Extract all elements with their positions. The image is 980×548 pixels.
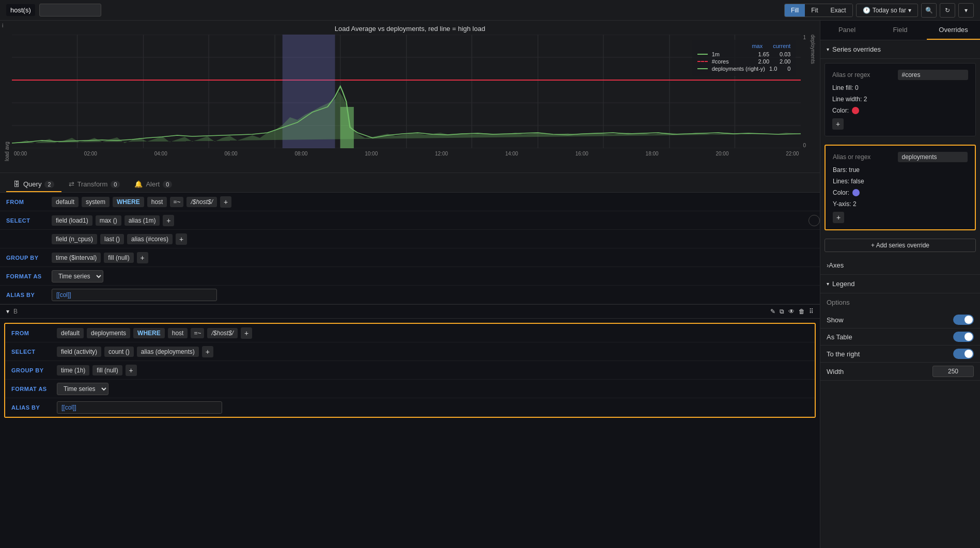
edit-icon-b[interactable]: ✎ <box>770 308 775 315</box>
delete-icon-b[interactable]: 🗑 <box>799 308 805 315</box>
legend-width-input[interactable]: 250 <box>932 366 974 377</box>
fill-button[interactable]: Fill <box>785 4 805 17</box>
x-ticks: 00:0002:0004:0006:0008:00 10:0012:0014:0… <box>12 151 801 156</box>
query-b-letter: B <box>13 308 18 315</box>
select2-alias[interactable]: alias (#cores) <box>127 234 173 244</box>
chevron-down-icon: ▾ <box>908 7 911 14</box>
transform-count-badge: 0 <box>111 181 120 188</box>
select-content-b: field (activity) count () alias (deploym… <box>57 344 815 359</box>
color-label-1: Color: <box>832 107 849 114</box>
where-label[interactable]: WHERE <box>113 197 144 207</box>
where-regex-b[interactable]: /$host$/ <box>207 328 238 338</box>
tab-field[interactable]: Field <box>874 21 927 40</box>
legend-as-table-label: As Table <box>827 333 953 341</box>
from-add-btn[interactable]: + <box>220 196 231 208</box>
legend-item-1m: 1m 1.65 0.03 <box>697 51 791 57</box>
legend-current-label: current <box>773 43 790 49</box>
alias-regex-label-1: Alias or regex <box>832 71 895 79</box>
chart-title: Load Average vs deployments, red line = … <box>4 25 816 33</box>
alias-value-1[interactable]: #cores <box>898 70 969 80</box>
groupby-add-btn[interactable]: + <box>137 252 148 263</box>
y-axis-label: load avg <box>4 35 10 161</box>
from-b-table1[interactable]: default <box>57 328 84 338</box>
aliasBy-input-a[interactable]: [[col]] <box>52 289 217 301</box>
select-b-add-btn[interactable]: + <box>202 346 213 357</box>
exact-button[interactable]: Exact <box>825 4 852 17</box>
zoom-button[interactable]: 🔍 <box>921 3 937 18</box>
legend-show-label: Show <box>827 316 953 324</box>
groupby-fill[interactable]: fill (null) <box>104 253 133 263</box>
select1-add-btn[interactable]: + <box>163 215 174 226</box>
formatas-select-a[interactable]: Time series <box>52 270 103 283</box>
main-layout: Load Average vs deployments, red line = … <box>0 21 980 548</box>
color-dot-2[interactable] <box>852 189 860 196</box>
groupby-time-b[interactable]: time (1h) <box>57 365 89 375</box>
legend-as-table-toggle[interactable] <box>953 332 974 342</box>
where-operator[interactable]: =~ <box>170 197 183 207</box>
select-b-alias[interactable]: alias (deployments) <box>137 347 199 357</box>
legend-section: ▾ Legend Options Show As Table To the ri… <box>820 275 980 381</box>
tab-panel[interactable]: Panel <box>820 21 874 40</box>
add-series-override-button[interactable]: + Add series override <box>825 239 976 252</box>
alias-value-2[interactable]: deployments <box>898 152 968 162</box>
copy-icon-b[interactable]: ⧉ <box>780 308 784 315</box>
groupby-add-btn-b[interactable]: + <box>126 365 137 376</box>
color-dot-1[interactable] <box>852 107 859 114</box>
chart-inner: 00:0002:0004:0006:0008:00 10:0012:0014:0… <box>12 35 801 161</box>
select2-func1[interactable]: field (n_cpus) <box>52 234 97 244</box>
select-b-func2[interactable]: count () <box>104 347 134 357</box>
query-a-select1-row: SELECT field (load1) max () alias (1m) + <box>0 211 820 230</box>
tab-alert[interactable]: 🔔 Alert 0 <box>127 177 179 192</box>
host-input[interactable] <box>39 4 101 17</box>
formatas-label-b: FORMAT AS <box>5 386 57 392</box>
groupby-fill-b[interactable]: fill (null) <box>92 365 122 375</box>
select-label: SELECT <box>0 217 52 224</box>
where-field[interactable]: host <box>147 197 167 207</box>
chevron-right-icon-b: ▾ <box>6 308 9 315</box>
select2-func2[interactable]: last () <box>100 234 124 244</box>
refresh-button[interactable]: ↻ <box>940 3 955 18</box>
legend-to-right-toggle[interactable] <box>953 349 974 359</box>
query-b-groupby-row: GROUP BY time (1h) fill (null) + <box>5 361 815 380</box>
groupby-time[interactable]: time ($interval) <box>52 253 101 263</box>
series-overrides-header[interactable]: ▾ Series overrides <box>820 40 980 59</box>
tab-overrides[interactable]: Overrides <box>927 21 980 40</box>
from-b-table2[interactable]: deployments <box>87 328 130 338</box>
fit-button[interactable]: Fit <box>805 4 824 17</box>
eye-icon-b[interactable]: 👁 <box>788 308 795 315</box>
select2-add-btn[interactable]: + <box>176 233 187 245</box>
select1-func1[interactable]: field (load1) <box>52 215 92 226</box>
override2-add-btn[interactable]: + <box>833 212 844 223</box>
legend-header[interactable]: ▾ Legend <box>820 275 980 293</box>
override1-add-btn[interactable]: + <box>832 118 844 130</box>
formatas-select-b[interactable]: Time series <box>57 383 108 395</box>
from-table1[interactable]: default <box>52 197 79 207</box>
select1-alias[interactable]: alias (1m) <box>125 215 160 226</box>
legend-show-toggle[interactable] <box>953 315 974 325</box>
where-op-b[interactable]: =~ <box>191 328 204 338</box>
from-table2[interactable]: system <box>82 197 110 207</box>
more-button[interactable]: ▾ <box>958 3 974 18</box>
where-regex[interactable]: /$host$/ <box>186 197 217 207</box>
line-width-label-1: Line width: 2 <box>832 96 867 103</box>
query-b-inner: FROM default deployments WHERE host =~ /… <box>4 323 816 418</box>
from-b-add-btn[interactable]: + <box>241 327 252 339</box>
legend-item-deployments: deployments (right-y) 1.0 0 <box>697 66 791 72</box>
tab-query[interactable]: 🗄 Query 2 <box>6 177 61 192</box>
aliasBy-input-b[interactable]: [[col]] <box>57 401 222 414</box>
top-bar-right: Fill Fit Exact 🕐 Today so far ▾ 🔍 ↻ ▾ <box>784 3 974 18</box>
time-range-button[interactable]: 🕐 Today so far ▾ <box>856 4 918 17</box>
aliasby-content-a: [[col]] <box>52 287 820 303</box>
tab-transform[interactable]: ⇄ Transform 0 <box>61 177 128 192</box>
select-b-func1[interactable]: field (activity) <box>57 347 101 357</box>
aliasby-content-b: [[col]] <box>57 399 815 416</box>
where-field-b[interactable]: host <box>168 328 188 338</box>
select1-circle-btn[interactable] <box>808 215 820 226</box>
axes-header[interactable]: › Axes <box>820 256 980 274</box>
drag-icon-b[interactable]: ⠿ <box>809 308 814 315</box>
select-label-b: SELECT <box>5 349 57 355</box>
select1-func2[interactable]: max () <box>96 215 121 226</box>
transform-icon: ⇄ <box>69 180 74 188</box>
query-b-from-row: FROM default deployments WHERE host =~ /… <box>5 324 815 342</box>
where-label-b[interactable]: WHERE <box>133 328 165 338</box>
